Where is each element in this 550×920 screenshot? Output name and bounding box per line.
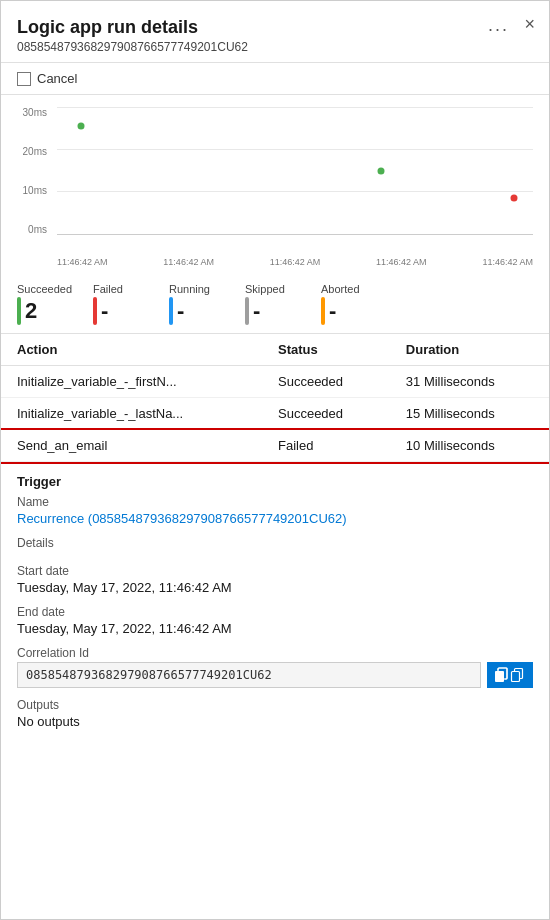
status-row-succeeded: 2: [17, 297, 77, 325]
col-action: Action: [1, 334, 262, 366]
svg-rect-6: [512, 672, 520, 682]
row-duration-failed: 10 Milliseconds: [390, 430, 549, 462]
indicator-failed: [93, 297, 97, 325]
indicator-succeeded: [17, 297, 21, 325]
copy-button[interactable]: [487, 662, 533, 688]
scrollable-content: 30ms 20ms 10ms 0ms 11:46:42 AM 11:46:42 …: [1, 95, 549, 919]
y-label-10: 10ms: [23, 185, 47, 196]
row-status: Succeeded: [262, 366, 390, 398]
status-value-aborted: -: [329, 300, 336, 322]
cancel-checkbox[interactable]: [17, 72, 31, 86]
chart-dot-2: [377, 167, 384, 174]
x-label-1: 11:46:42 AM: [57, 257, 108, 267]
chart-plot: [57, 107, 533, 235]
row-duration: 31 Milliseconds: [390, 366, 549, 398]
x-label-4: 11:46:42 AM: [376, 257, 427, 267]
trigger-name-link[interactable]: Recurrence (0858548793682979087665777492…: [17, 511, 347, 526]
panel-title: Logic app run details: [17, 17, 533, 38]
status-label-aborted: Aborted: [321, 283, 381, 295]
row-status: Succeeded: [262, 398, 390, 430]
x-label-5: 11:46:42 AM: [482, 257, 533, 267]
logic-app-panel: Logic app run details 085854879368297908…: [0, 0, 550, 920]
gridline-mid2: [57, 191, 533, 192]
indicator-running: [169, 297, 173, 325]
status-item-aborted: Aborted -: [321, 283, 381, 325]
menu-icon[interactable]: ···: [488, 19, 509, 40]
gridline-top: [57, 107, 533, 108]
name-field: Name Recurrence (08585487936829790876657…: [17, 495, 533, 526]
start-date-label: Start date: [17, 564, 533, 578]
row-action-failed: Send_an_email: [1, 430, 262, 462]
trigger-section-title: Trigger: [17, 474, 533, 489]
table-row[interactable]: Initialize_variable_-_lastNa... Succeede…: [1, 398, 549, 430]
svg-rect-3: [495, 671, 504, 682]
actions-table: Action Status Duration Initialize_variab…: [1, 334, 549, 462]
trigger-section: Trigger Name Recurrence (085854879368297…: [1, 462, 549, 550]
panel-subtitle: 085854879368297908766577749201CU62: [17, 40, 533, 54]
indicator-aborted: [321, 297, 325, 325]
status-value-failed: -: [101, 300, 108, 322]
status-item-failed: Failed -: [93, 283, 153, 325]
status-label-succeeded: Succeeded: [17, 283, 77, 295]
x-label-3: 11:46:42 AM: [270, 257, 321, 267]
status-item-skipped: Skipped -: [245, 283, 305, 325]
indicator-skipped: [245, 297, 249, 325]
start-date-field: Start date Tuesday, May 17, 2022, 11:46:…: [17, 564, 533, 595]
panel-header: Logic app run details 085854879368297908…: [1, 1, 549, 63]
outputs-value: No outputs: [17, 714, 533, 729]
status-item-succeeded: Succeeded 2: [17, 283, 77, 325]
row-status-failed: Failed: [262, 430, 390, 462]
status-label-failed: Failed: [93, 283, 153, 295]
failed-table-row[interactable]: Send_an_email Failed 10 Milliseconds: [1, 430, 549, 462]
col-status: Status: [262, 334, 390, 366]
outputs-field: Outputs No outputs: [17, 698, 533, 729]
cancel-label: Cancel: [37, 71, 77, 86]
outputs-label: Outputs: [17, 698, 533, 712]
correlation-input-row: [17, 662, 533, 688]
x-label-2: 11:46:42 AM: [163, 257, 214, 267]
end-date-value: Tuesday, May 17, 2022, 11:46:42 AM: [17, 621, 533, 636]
status-value-running: -: [177, 300, 184, 322]
chart-dot-1: [77, 123, 84, 130]
status-bar: Succeeded 2 Failed - Running -: [1, 275, 549, 334]
chart-area: 30ms 20ms 10ms 0ms 11:46:42 AM 11:46:42 …: [1, 95, 549, 275]
status-row-skipped: -: [245, 297, 305, 325]
cancel-button[interactable]: Cancel: [17, 71, 77, 86]
chart-y-labels: 30ms 20ms 10ms 0ms: [17, 107, 47, 235]
toolbar: Cancel: [1, 63, 549, 95]
correlation-field: Correlation Id: [17, 646, 533, 688]
status-row-running: -: [169, 297, 229, 325]
status-item-running: Running -: [169, 283, 229, 325]
gridline-mid1: [57, 149, 533, 150]
row-duration: 15 Milliseconds: [390, 398, 549, 430]
row-action: Initialize_variable_-_lastNa...: [1, 398, 262, 430]
status-value-skipped: -: [253, 300, 260, 322]
chart-dot-3: [510, 195, 517, 202]
status-label-skipped: Skipped: [245, 283, 305, 295]
correlation-input[interactable]: [17, 662, 481, 688]
copy-icon: [494, 667, 510, 683]
col-duration: Duration: [390, 334, 549, 366]
status-row-failed: -: [93, 297, 153, 325]
copy-icon-svg: [510, 667, 526, 683]
y-label-0: 0ms: [28, 224, 47, 235]
end-date-field: End date Tuesday, May 17, 2022, 11:46:42…: [17, 605, 533, 636]
y-label-30: 30ms: [23, 107, 47, 118]
status-label-running: Running: [169, 283, 229, 295]
status-value-succeeded: 2: [25, 300, 37, 322]
details-label: Details: [17, 536, 533, 550]
details-section: Start date Tuesday, May 17, 2022, 11:46:…: [1, 552, 549, 729]
table-row[interactable]: Initialize_variable_-_firstN... Succeede…: [1, 366, 549, 398]
status-row-aborted: -: [321, 297, 381, 325]
name-label: Name: [17, 495, 533, 509]
row-action: Initialize_variable_-_firstN...: [1, 366, 262, 398]
end-date-label: End date: [17, 605, 533, 619]
close-button[interactable]: ×: [524, 15, 535, 33]
start-date-value: Tuesday, May 17, 2022, 11:46:42 AM: [17, 580, 533, 595]
correlation-label: Correlation Id: [17, 646, 533, 660]
y-label-20: 20ms: [23, 146, 47, 157]
chart-x-labels: 11:46:42 AM 11:46:42 AM 11:46:42 AM 11:4…: [57, 257, 533, 267]
